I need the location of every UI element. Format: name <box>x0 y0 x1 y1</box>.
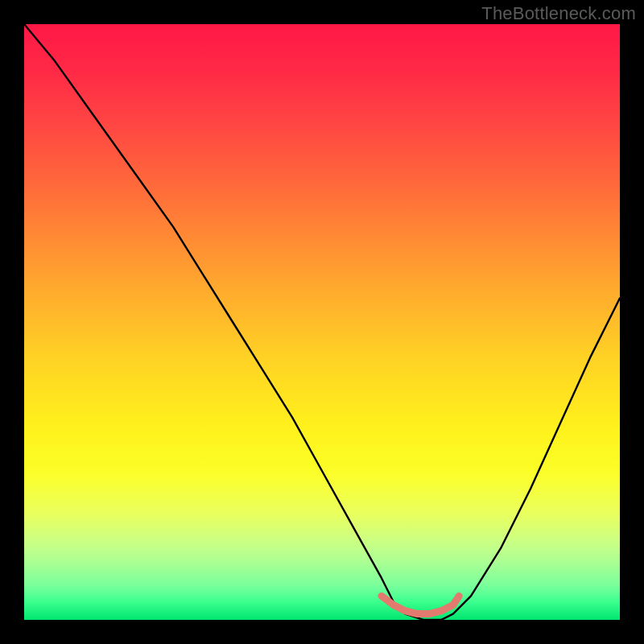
plot-area <box>24 24 620 620</box>
watermark-text: TheBottleneck.com <box>481 3 636 24</box>
chart-frame: TheBottleneck.com <box>0 0 644 644</box>
valley-floor-marker <box>382 596 459 613</box>
bottleneck-curve <box>24 24 620 620</box>
curve-layer <box>24 24 620 620</box>
